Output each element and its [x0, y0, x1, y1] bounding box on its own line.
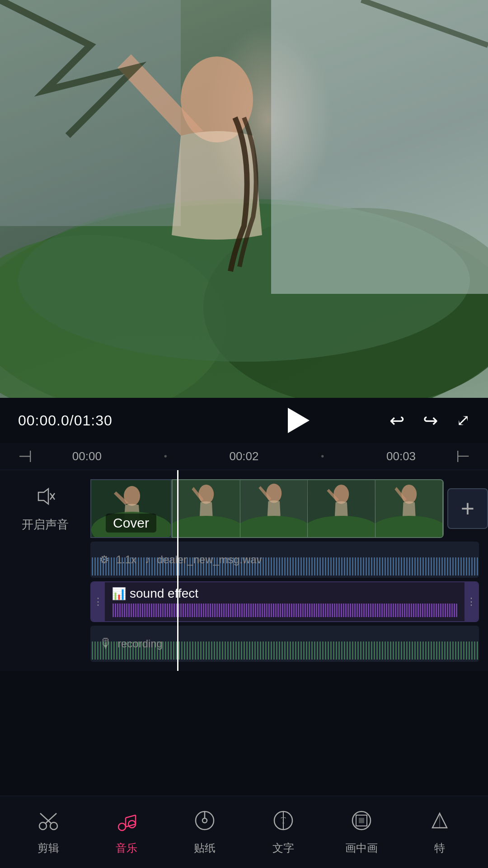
controls-bar: 00:00.0/01:30 ↩ ↪ ⤢	[0, 398, 488, 443]
ruler-dot-1: •	[321, 451, 324, 462]
redo-button[interactable]: ↪	[423, 410, 438, 431]
video-frame-4	[375, 480, 443, 537]
svg-point-28	[50, 822, 57, 830]
nav-label-sticker: 贴纸	[194, 841, 216, 855]
ruler-time-2: 00:03	[386, 449, 416, 463]
play-triangle-icon	[288, 408, 310, 433]
timeline-ruler: ⊣ 00:00 • 00:02 • 00:03 ⊢	[0, 443, 488, 470]
video-preview	[0, 0, 488, 398]
se-handle-left[interactable]: ⋮	[91, 582, 105, 621]
undo-button[interactable]: ↩	[389, 410, 405, 431]
svg-point-16	[198, 485, 214, 504]
control-icons: ↩ ↪ ⤢	[389, 410, 470, 431]
mute-text: 开启声音	[22, 517, 69, 533]
svg-point-23	[308, 516, 375, 537]
video-frame-2	[240, 480, 308, 537]
recording-row: 🎙 recording	[90, 626, 488, 662]
svg-point-20	[240, 516, 308, 537]
svg-line-29	[46, 813, 56, 823]
playhead	[177, 470, 178, 671]
svg-point-38	[202, 818, 207, 823]
scissors-icon	[37, 809, 60, 837]
video-track-row: 开启声音 Co	[0, 479, 488, 538]
time-display: 00:00.0/01:30	[18, 412, 204, 429]
track-mute-label: 开启声音	[0, 485, 90, 533]
text-icon: T	[272, 809, 295, 837]
nav-item-sticker[interactable]: 贴纸	[166, 809, 244, 855]
nav-label-edit: 剪辑	[38, 841, 59, 855]
svg-line-30	[40, 813, 51, 823]
ruler-times: 00:00 • 00:02 • 00:03	[41, 449, 447, 463]
nav-item-edit[interactable]: 剪辑	[9, 809, 87, 855]
svg-line-36	[126, 815, 136, 818]
ruler-time-0: 00:00	[72, 449, 102, 463]
timeline-area: ⊣ 00:00 • 00:02 • 00:03 ⊢	[0, 443, 488, 671]
svg-point-25	[401, 485, 417, 504]
play-button[interactable]	[204, 405, 389, 436]
svg-text:T: T	[281, 816, 286, 825]
sound-effect-row: ⋮ 📊 sound effect ⋮	[90, 581, 488, 622]
audio-track-info: ⚙ 1.1x ♪ dealer_new_msg.wav	[99, 553, 262, 566]
rec-label: recording	[117, 637, 163, 650]
ruler-start-nav[interactable]: ⊣	[9, 447, 41, 466]
nav-label-text: 文字	[272, 841, 294, 855]
bottom-nav: 剪辑 音乐 贴纸	[0, 796, 488, 868]
svg-point-22	[333, 485, 349, 504]
se-handle-right[interactable]: ⋮	[465, 582, 478, 621]
video-frame-3	[308, 480, 375, 537]
se-content: 📊 sound effect	[105, 586, 465, 617]
svg-point-27	[39, 822, 47, 830]
mute-icon[interactable]	[34, 485, 56, 512]
nav-item-pip[interactable]: 画中画	[322, 809, 400, 855]
svg-point-17	[173, 516, 240, 537]
waveform-icon: 📊	[112, 587, 126, 601]
timeline-tracks: 开启声音 Co	[0, 470, 488, 671]
video-frames[interactable]	[172, 479, 444, 538]
add-clip-button[interactable]: +	[447, 488, 488, 529]
svg-point-31	[118, 823, 126, 830]
nav-item-music[interactable]: 音乐	[87, 809, 165, 855]
svg-rect-5	[271, 0, 488, 294]
plus-icon: +	[461, 495, 474, 522]
sticker-icon	[193, 809, 216, 837]
music-icon	[115, 809, 138, 837]
svg-rect-45	[359, 818, 364, 823]
video-frame-1	[173, 480, 240, 537]
fullscreen-button[interactable]: ⤢	[456, 411, 470, 430]
video-track-content[interactable]: Cover	[90, 479, 444, 538]
ruler-dot-0: •	[164, 451, 167, 462]
cover-label: Cover	[106, 514, 156, 533]
recording-bg[interactable]: 🎙 recording	[90, 626, 479, 662]
ruler-time-1: 00:02	[229, 449, 258, 463]
nav-item-more[interactable]: 特	[401, 809, 479, 855]
audio-track-bg[interactable]: ⚙ 1.1x ♪ dealer_new_msg.wav	[90, 542, 479, 578]
sound-effect-bg[interactable]: ⋮ 📊 sound effect ⋮	[90, 581, 479, 622]
svg-point-26	[375, 516, 443, 537]
nav-label-pip: 画中画	[345, 841, 378, 855]
pip-icon	[350, 809, 373, 837]
more-icon	[428, 809, 451, 837]
nav-label-more: 特	[434, 841, 445, 855]
audio-track-row: ⚙ 1.1x ♪ dealer_new_msg.wav	[90, 542, 488, 578]
svg-point-19	[266, 484, 282, 503]
ruler-end-nav[interactable]: ⊢	[447, 447, 479, 466]
waveform-purple	[112, 604, 458, 617]
svg-marker-8	[38, 489, 48, 504]
nav-label-music: 音乐	[116, 841, 137, 855]
se-label: 📊 sound effect	[112, 586, 458, 601]
cover-clip[interactable]: Cover	[90, 479, 172, 538]
nav-item-text[interactable]: T 文字	[244, 809, 322, 855]
